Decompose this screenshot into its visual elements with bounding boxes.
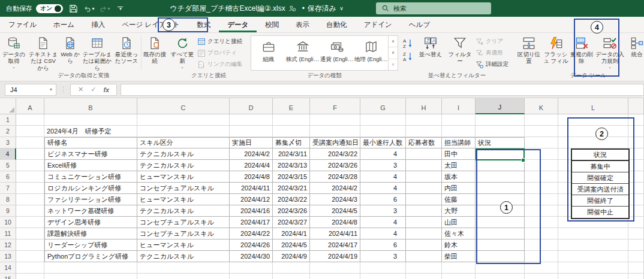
- cell-A9[interactable]: [16, 205, 44, 217]
- cell-H3[interactable]: 応募者数: [406, 137, 442, 148]
- col-header-K[interactable]: K: [525, 98, 558, 114]
- cell-A10[interactable]: [16, 217, 44, 228]
- cell-clip11[interactable]: [628, 228, 644, 239]
- cell-C15[interactable]: [137, 274, 230, 279]
- cell-B10[interactable]: デザイン思考研修: [44, 217, 137, 228]
- flash-fill-button[interactable]: フラッシュ フィル: [543, 34, 569, 72]
- cell-J1[interactable]: [476, 114, 525, 126]
- row-header-13[interactable]: 13: [0, 251, 16, 262]
- formula-input[interactable]: [121, 84, 644, 96]
- row-header-10[interactable]: 10: [0, 217, 16, 228]
- cell-D2[interactable]: [230, 126, 273, 137]
- cell-A13[interactable]: [16, 251, 44, 262]
- cell-E15[interactable]: [273, 274, 310, 279]
- cell-D1[interactable]: [230, 114, 273, 126]
- row-header-5[interactable]: 5: [0, 160, 16, 171]
- cell-D8[interactable]: 2024/4/12: [230, 194, 273, 205]
- cell-G14[interactable]: [360, 262, 406, 274]
- cell-D13[interactable]: 2024/4/30: [230, 251, 273, 262]
- cell-B8[interactable]: ファシリテーション研修: [44, 194, 137, 205]
- col-header-H[interactable]: H: [406, 98, 442, 114]
- cell-A14[interactable]: [16, 262, 44, 274]
- name-box[interactable]: J4 ▾: [5, 84, 56, 96]
- cell-J15[interactable]: [476, 274, 525, 279]
- cell-F2[interactable]: [310, 126, 360, 137]
- cell-H9[interactable]: [406, 205, 442, 217]
- cell-I3[interactable]: 担当講師: [442, 137, 476, 148]
- cell-B9[interactable]: ネットワーク基礎研修: [44, 205, 137, 217]
- col-header-B[interactable]: B: [44, 98, 137, 114]
- cell-I2[interactable]: [442, 126, 476, 137]
- refresh-all-button[interactable]: すべて更新 ⌄: [168, 34, 196, 72]
- cell-E1[interactable]: [273, 114, 310, 126]
- cell-E5[interactable]: 2024/3/13: [273, 160, 310, 171]
- from-text-csv-button[interactable]: テキストまたは CSV から: [28, 34, 59, 72]
- cell-I15[interactable]: [442, 274, 476, 279]
- cell-G3[interactable]: 最小遂行人数: [360, 137, 406, 148]
- autosave-toggle[interactable]: オン: [36, 4, 63, 13]
- text-to-columns-button[interactable]: 区切り位置: [515, 34, 543, 72]
- cell-F8[interactable]: 2024/4/3: [310, 194, 360, 205]
- cell-B12[interactable]: リーダーシップ研修: [44, 239, 137, 251]
- cell-G15[interactable]: [360, 274, 406, 279]
- recent-sources-button[interactable]: 最近使ったソース: [113, 34, 140, 72]
- cell-F11[interactable]: 2024/4/11: [310, 228, 360, 239]
- cell-I1[interactable]: [442, 114, 476, 126]
- cell-I5[interactable]: 太田: [442, 160, 476, 171]
- sort-button[interactable]: ZA 並べ替え: [416, 34, 446, 72]
- cell-A15[interactable]: [16, 274, 44, 279]
- cell-E10[interactable]: 2024/3/27: [273, 217, 310, 228]
- sort-descending-icon[interactable]: ZA: [400, 50, 416, 63]
- cell-I12[interactable]: 鈴木: [442, 239, 476, 251]
- cell-B3[interactable]: 研修名: [44, 137, 137, 148]
- undo-icon[interactable]: ▾: [84, 4, 94, 14]
- cell-H8[interactable]: [406, 194, 442, 205]
- cell-C6[interactable]: ヒューマンスキル: [137, 171, 230, 183]
- cell-A1[interactable]: [16, 114, 44, 126]
- cell-clip12[interactable]: [628, 239, 644, 251]
- stocks-data-type[interactable]: 株式 (Engli…: [285, 36, 320, 70]
- col-header-L[interactable]: L: [558, 98, 628, 114]
- tab-insert[interactable]: 挿入: [83, 17, 113, 32]
- cell-G11[interactable]: 4: [360, 228, 406, 239]
- cell-H15[interactable]: [406, 274, 442, 279]
- cell-A6[interactable]: [16, 171, 44, 183]
- cell-E13[interactable]: 2024/4/9: [273, 251, 310, 262]
- cell-D11[interactable]: 2024/4/22: [230, 228, 273, 239]
- cell-L12[interactable]: [558, 239, 628, 251]
- queries-connections-button[interactable]: クエリと接続: [196, 36, 249, 47]
- cell-B1[interactable]: [44, 114, 137, 126]
- tab-review[interactable]: 校閲: [257, 17, 287, 32]
- cell-D10[interactable]: 2024/4/17: [230, 217, 273, 228]
- cell-E14[interactable]: [273, 262, 310, 274]
- gallery-more-icon[interactable]: ▿: [389, 59, 398, 70]
- cell-A8[interactable]: [16, 194, 44, 205]
- row-header-4[interactable]: 4: [0, 148, 16, 160]
- cell-C13[interactable]: テクニカルスキル: [137, 251, 230, 262]
- tab-view[interactable]: 表示: [287, 17, 318, 32]
- advanced-filter-button[interactable]: 詳細設定: [474, 59, 514, 70]
- cell-H6[interactable]: [406, 171, 442, 183]
- sort-ascending-icon[interactable]: AZ: [400, 37, 416, 50]
- cell-K3[interactable]: [525, 137, 558, 148]
- cell-C4[interactable]: テクニカルスキル: [137, 148, 230, 160]
- cell-F14[interactable]: [310, 262, 360, 274]
- cell-C14[interactable]: [137, 262, 230, 274]
- cell-E3[interactable]: 募集〆切: [273, 137, 310, 148]
- cell-F13[interactable]: 2024/4/19: [310, 251, 360, 262]
- document-title[interactable]: ウチダ部屋_プチ稽古Excel編②.xlsx • 保存済み ∨: [170, 4, 346, 14]
- row-header-7[interactable]: 7: [0, 183, 16, 194]
- row-header-11[interactable]: 11: [0, 228, 16, 239]
- cell-E9[interactable]: 2024/3/26: [273, 205, 310, 217]
- cell-I8[interactable]: 佐藤: [442, 194, 476, 205]
- cell-F1[interactable]: [310, 114, 360, 126]
- cell-I9[interactable]: 大野: [442, 205, 476, 217]
- enter-icon[interactable]: ✓: [91, 86, 96, 93]
- cell-H5[interactable]: [406, 160, 442, 171]
- save-icon[interactable]: [68, 4, 79, 14]
- col-header-I[interactable]: I: [442, 98, 476, 114]
- cell-G9[interactable]: 3: [360, 205, 406, 217]
- cell-G8[interactable]: 6: [360, 194, 406, 205]
- cell-B14[interactable]: [44, 262, 137, 274]
- undo-caret-icon[interactable]: ▾: [92, 6, 94, 11]
